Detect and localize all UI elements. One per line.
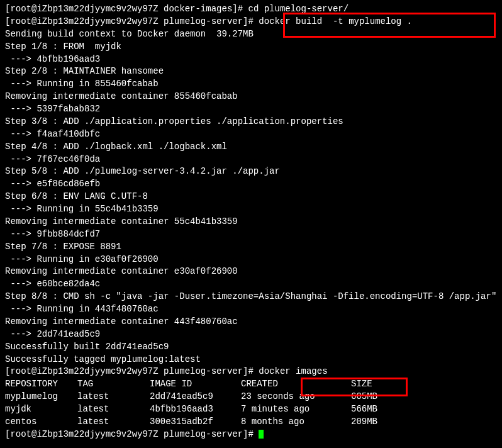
build-step: ---> Running in 55c4b41b3359 (5, 203, 497, 216)
build-step: Step 2/8 : MAINTAINER hansomee (5, 65, 497, 78)
header-repository: REPOSITORY (5, 378, 77, 391)
header-image-id: IMAGE ID (150, 378, 241, 391)
build-step: ---> Running in 443f480760ac (5, 303, 497, 316)
build-step: Step 1/8 : FROM myjdk (5, 41, 497, 53)
table-header: REPOSITORY TAG IMAGE ID CREATED SIZE (5, 378, 497, 391)
cell-image-id: 4bfbb196aad3 (150, 403, 241, 416)
build-step: ---> e60bce82da4c (5, 278, 497, 291)
prompt-line-2: [root@iZbp13m22djyymc9v2wy97Z plumelog-s… (5, 16, 497, 28)
build-step: Step 4/8 : ADD ./logback.xml ./logback.x… (5, 141, 497, 154)
build-step: ---> f4aaf410dbfc (5, 128, 497, 141)
header-created: CREATED (241, 378, 351, 391)
build-step: Removing intermediate container 55c4b41b… (5, 216, 497, 228)
build-step: Removing intermediate container 443f4807… (5, 316, 497, 328)
build-step: ---> e5f86cd86efb (5, 178, 497, 191)
build-step: Successfully built 2dd741ead5c9 (5, 341, 497, 354)
cell-tag: latest (77, 403, 150, 416)
prompt-line-3: [root@iZbp13m22djyymc9v2wy97Z plumelog-s… (5, 366, 497, 378)
table-row: myplumelog latest 2dd741ead5c9 23 second… (5, 391, 497, 403)
cell-image-id: 2dd741ead5c9 (150, 391, 241, 403)
cell-repository: myjdk (5, 403, 77, 416)
build-step: Step 3/8 : ADD ./application.properties … (5, 116, 497, 128)
prompt-line-4[interactable]: [root@iZbp13m22djyymc9v2wy97Z plumelog-s… (5, 428, 497, 441)
build-step: Removing intermediate container e30af0f2… (5, 266, 497, 278)
header-size: SIZE (351, 378, 401, 391)
cursor-icon (259, 430, 264, 439)
build-step: ---> 2dd741ead5c9 (5, 328, 497, 341)
build-step: Step 6/8 : ENV LANG C.UTF-8 (5, 191, 497, 203)
cell-created: 8 months ago (241, 416, 351, 428)
build-step: ---> 7f67ec46f0da (5, 154, 497, 166)
build-step: Step 8/8 : CMD sh -c "java -jar -Duser.t… (5, 291, 497, 303)
table-row: myjdk latest 4bfbb196aad3 7 minutes ago … (5, 403, 497, 416)
table-row: centos latest 300e315adb2f 8 months ago … (5, 416, 497, 428)
cell-created: 23 seconds ago (241, 391, 351, 403)
prompt-line-1: [root@iZbp13m22djyymc9v2wy97Z docker-ima… (5, 3, 497, 16)
cell-size: 605MB (351, 391, 401, 403)
header-tag: TAG (77, 378, 150, 391)
build-sending: Sending build context to Docker daemon 3… (5, 28, 497, 41)
cell-repository: centos (5, 416, 77, 428)
build-step: ---> Running in e30af0f26900 (5, 254, 497, 266)
build-step: Removing intermediate container 855460fc… (5, 91, 497, 103)
build-step: Step 5/8 : ADD ./plumelog-server-3.4.2.j… (5, 165, 497, 178)
cell-tag: latest (77, 416, 150, 428)
cell-size: 566MB (351, 403, 401, 416)
build-step: ---> 9fbb884dcfd7 (5, 228, 497, 241)
build-step: ---> Running in 855460fcabab (5, 78, 497, 91)
build-step: ---> 5397fabab832 (5, 103, 497, 116)
cell-tag: latest (77, 391, 150, 403)
cell-image-id: 300e315adb2f (150, 416, 241, 428)
cell-size: 209MB (351, 416, 401, 428)
cell-repository: myplumelog (5, 391, 77, 403)
cell-created: 7 minutes ago (241, 403, 351, 416)
build-step: Step 7/8 : EXPOSE 8891 (5, 241, 497, 254)
build-step: ---> 4bfbb196aad3 (5, 53, 497, 66)
build-step: Successfully tagged myplumelog:latest (5, 354, 497, 366)
